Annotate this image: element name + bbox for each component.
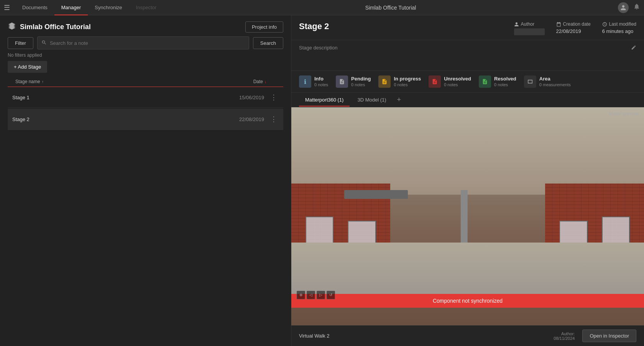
stage-row-menu-icon[interactable]: ⋮ (269, 92, 279, 102)
layers-icon (8, 22, 16, 32)
stage-header: Stage 2 Author Creation date 22/08/2019 (291, 15, 644, 40)
model-preview-label: Model preview (609, 111, 639, 116)
construction-scene: Component not synchronized ⊕ ◁ ▷ ↺ (291, 107, 644, 325)
stage-row-active[interactable]: Stage 2 22/08/2019 ⋮ (8, 109, 283, 130)
meta-author-value (514, 28, 545, 35)
meta-author-label: Author (514, 21, 534, 27)
note-stat-in-progress: In progress 0 notes (378, 75, 421, 88)
stage-row-menu-icon-2[interactable]: ⋮ (269, 114, 279, 124)
right-panel: Stage 2 Author Creation date 22/08/2019 (291, 15, 644, 346)
note-stat-info: ℹ Info 0 notes (299, 75, 328, 88)
search-row: Filter Search (0, 36, 291, 52)
virtual-walk-name: Virtual Walk 2 (299, 333, 329, 339)
author-info: Author: 08/11/2024 (554, 331, 575, 341)
project-title-row: Simlab Office Tutorial (8, 22, 91, 32)
project-title: Simlab Office Tutorial (20, 23, 91, 31)
meta-last-modified-value: 6 minutes ago (602, 28, 634, 34)
nav-actions (618, 2, 640, 13)
nav-tabs: Documents Manager Synchronize Inspector (15, 0, 163, 15)
meta-last-modified: Last modified 6 minutes ago (602, 21, 636, 34)
add-tab-icon[interactable]: + (394, 93, 404, 107)
main-layout: Simlab Office Tutorial Project info Filt… (0, 15, 644, 346)
hamburger-icon[interactable]: ☰ (4, 3, 10, 12)
search-icon (41, 40, 47, 46)
bottom-left: Virtual Walk 2 (299, 333, 329, 339)
stage-row[interactable]: Stage 1 15/06/2019 ⋮ (8, 87, 283, 108)
ctrl-btn-2[interactable]: ◁ (307, 291, 315, 299)
model-tabs: Matterport360 (1) 3D Model (1) + (291, 93, 644, 107)
pending-icon (336, 75, 348, 88)
col-date[interactable]: Date ↓ (253, 79, 266, 84)
stage-desc-text: Stage description (299, 45, 337, 51)
stage-description: Stage description (291, 40, 644, 71)
note-stat-resolved: Resolved 0 notes (479, 75, 516, 88)
meta-creation-date: Creation date 22/08/2019 (556, 21, 591, 34)
bottom-bar: Virtual Walk 2 Author: 08/11/2024 Open i… (291, 325, 644, 346)
search-note-input[interactable] (50, 40, 245, 46)
meta-author: Author (514, 21, 545, 35)
edit-description-icon[interactable] (631, 45, 636, 51)
meta-last-modified-label: Last modified (602, 21, 636, 27)
stage-list: Stage 1 15/06/2019 ⋮ Stage 2 22/08/2019 … (0, 87, 291, 346)
notifications-icon[interactable] (633, 3, 640, 12)
model-controls: ⊕ ◁ ▷ ↺ (297, 291, 335, 299)
ceiling (291, 107, 644, 195)
left-header: Simlab Office Tutorial Project info (0, 15, 291, 36)
app-title: Simlab Office Tutorial (163, 5, 618, 11)
note-stat-unresolved: Unresolved 0 notes (429, 75, 471, 88)
unresolved-icon (429, 75, 441, 88)
sync-banner: Component not synchronized (291, 294, 644, 308)
resolved-icon (479, 75, 491, 88)
stage-title: Stage 2 (299, 21, 503, 31)
filter-button[interactable]: Filter (8, 37, 33, 49)
bottom-right: Author: 08/11/2024 Open in Inspector (554, 330, 636, 342)
notes-stats: ℹ Info 0 notes Pending 0 notes (291, 71, 644, 93)
sort-desc-icon: ↓ (264, 80, 266, 84)
note-stat-pending: Pending 0 notes (336, 75, 371, 88)
meta-creation-date-label: Creation date (556, 21, 591, 27)
left-panel: Simlab Office Tutorial Project info Filt… (0, 15, 291, 346)
author-date: 08/11/2024 (554, 336, 575, 341)
note-stat-area: Area 0 measurements (524, 75, 571, 88)
open-inspector-button[interactable]: Open in Inspector (582, 330, 636, 342)
author-label: Author: (561, 331, 575, 336)
nav-tab-synchronize[interactable]: Synchronize (88, 0, 129, 15)
add-stage-button[interactable]: + Add Stage (8, 61, 47, 73)
ctrl-btn-3[interactable]: ▷ (317, 291, 325, 299)
ctrl-btn-4[interactable]: ↺ (327, 291, 335, 299)
tab-3d-model[interactable]: 3D Model (1) (351, 94, 392, 107)
user-avatar-icon[interactable] (618, 2, 629, 13)
col-stage-name[interactable]: Stage name ↑ (15, 79, 253, 84)
project-info-button[interactable]: Project info (245, 21, 283, 33)
ctrl-btn-1[interactable]: ⊕ (297, 291, 305, 299)
nav-tab-inspector: Inspector (129, 0, 163, 15)
sort-asc-icon: ↑ (42, 80, 44, 84)
meta-creation-date-value: 22/08/2019 (556, 28, 581, 34)
top-nav: ☰ Documents Manager Synchronize Inspecto… (0, 0, 644, 15)
nav-tab-documents[interactable]: Documents (15, 0, 54, 15)
no-filters-label: No filters applied (0, 52, 291, 61)
in-progress-icon (378, 75, 391, 88)
info-icon: ℹ (299, 75, 311, 88)
stage-meta: Author Creation date 22/08/2019 Last mod… (514, 21, 636, 35)
model-preview-container: Model preview Component not synchronized… (291, 107, 644, 325)
nav-tab-manager[interactable]: Manager (54, 0, 88, 15)
duct-pipe (344, 190, 408, 199)
area-icon (524, 75, 536, 88)
tab-matterport360[interactable]: Matterport360 (1) (299, 94, 350, 107)
search-button[interactable]: Search (253, 37, 283, 49)
stage-table-header: Stage name ↑ Date ↓ (8, 76, 283, 87)
search-input-wrap (37, 36, 249, 49)
stage-toolbar: + Add Stage (0, 61, 291, 73)
